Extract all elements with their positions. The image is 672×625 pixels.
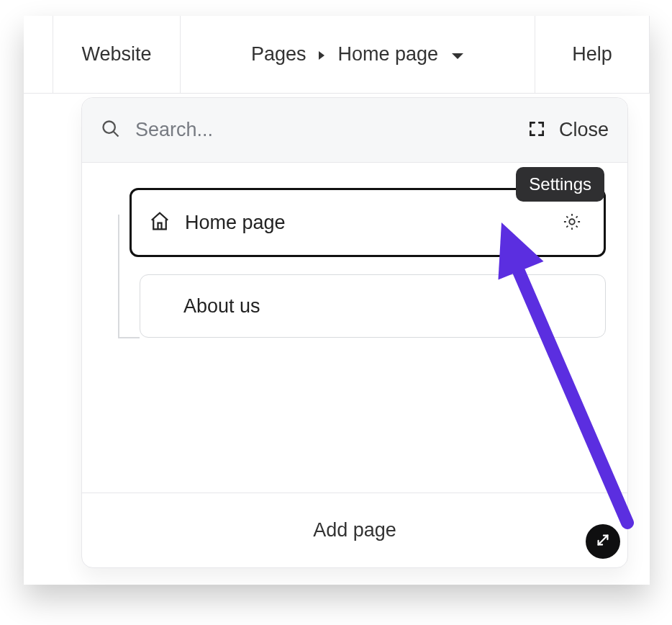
tooltip-text: Settings (529, 174, 591, 194)
tree-connector-horizontal (118, 337, 140, 338)
current-page-label: Home page (337, 45, 438, 64)
svg-point-0 (104, 121, 115, 132)
top-bar: Website Pages Home page Help (24, 16, 650, 94)
gear-icon (562, 212, 582, 234)
settings-tooltip: Settings (516, 167, 604, 202)
page-row-about[interactable]: About us (140, 274, 606, 338)
page-label: Home page (185, 212, 558, 234)
pages-panel: Close Settings Home page (81, 97, 628, 568)
svg-line-5 (599, 536, 608, 545)
chevron-right-icon (317, 48, 326, 63)
search-icon (101, 119, 121, 142)
page-label: About us (183, 295, 588, 318)
add-page-button[interactable]: Add page (82, 493, 627, 567)
pages-breadcrumb[interactable]: Pages Home page (181, 16, 535, 93)
resize-handle[interactable] (586, 524, 620, 559)
svg-point-2 (569, 219, 574, 224)
app-window: Website Pages Home page Help (24, 16, 650, 585)
svg-line-1 (114, 131, 119, 136)
pages-label: Pages (251, 45, 307, 64)
website-tab[interactable]: Website (53, 16, 181, 93)
website-label: Website (81, 45, 151, 64)
page-settings-button[interactable] (558, 208, 586, 237)
tree-connector-vertical (118, 215, 119, 337)
fullscreen-icon[interactable] (527, 120, 546, 141)
help-tab[interactable]: Help (535, 16, 650, 93)
help-label: Help (572, 45, 612, 64)
home-icon (149, 210, 171, 235)
close-button[interactable]: Close (559, 119, 609, 141)
search-input[interactable] (134, 118, 514, 142)
caret-down-icon (451, 45, 464, 64)
add-page-label: Add page (313, 519, 396, 541)
panel-header: Close (82, 98, 627, 163)
resize-icon (595, 532, 611, 551)
